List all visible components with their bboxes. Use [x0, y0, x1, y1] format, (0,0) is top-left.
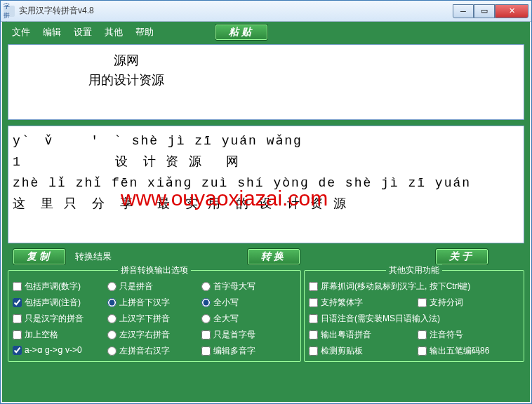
checkbox[interactable]	[309, 330, 318, 339]
app-window: 汉字拼音 实用汉字转拼音v4.8 ─ ▭ ✕ 文件 编辑 设置 其他 帮助 粘贴…	[0, 0, 532, 404]
copy-button[interactable]: 复制	[13, 249, 65, 264]
rad-all-lower[interactable]: 全小写	[201, 297, 296, 309]
label-text: 只是首字母	[213, 329, 255, 341]
radio[interactable]	[201, 282, 211, 291]
checkbox[interactable]	[13, 298, 22, 307]
label-text: 输出五笔编码86	[430, 345, 489, 357]
checkbox[interactable]	[418, 330, 427, 339]
app-icon: 汉字拼音	[4, 6, 15, 17]
group-pinyin-options: 拼音转换输出选项 包括声调(数字) 包括声调(注音) 只是汉字的拼音 加上空格 …	[8, 270, 301, 362]
checkbox[interactable]	[13, 314, 22, 323]
menu-edit[interactable]: 编辑	[43, 26, 61, 39]
label-text: 编辑多音字	[213, 345, 255, 357]
label-text: 日语注音(需安装MS日语输入法)	[321, 313, 440, 325]
checkbox[interactable]	[13, 330, 22, 339]
chk-add-space[interactable]: 加上空格	[13, 329, 107, 341]
output-line: 1 设 计 资 源 网	[13, 152, 519, 173]
label-text: 只是拼音	[119, 281, 153, 292]
radio[interactable]	[107, 298, 117, 307]
group-other-functions: 其他实用功能 屏幕抓词(移动鼠标到汉字上, 按下Ctrl键) 支持繁体字 支持分…	[304, 270, 524, 362]
chk-screen-grab[interactable]: 屏幕抓词(移动鼠标到汉字上, 按下Ctrl键)	[309, 281, 519, 292]
rad-cap-first[interactable]: 首字母大写	[201, 281, 296, 292]
watermark-text: www.ouyaoxiazai.com	[121, 188, 328, 209]
label-text: a->ɑ g->ɡ v->0	[25, 345, 82, 355]
close-button[interactable]: ✕	[495, 4, 528, 18]
label-text: 包括声调(数字)	[25, 281, 81, 292]
label-text: 上汉字下拼音	[119, 313, 170, 325]
checkbox[interactable]	[201, 346, 211, 356]
input-textarea[interactable]: 源网 用的设计资源	[8, 44, 524, 120]
about-button[interactable]: 关于	[436, 249, 488, 264]
client-area: 文件 编辑 设置 其他 帮助 粘贴 源网 用的设计资源 y` v̌ ′ ` sh…	[1, 22, 531, 403]
chk-word-seg[interactable]: 支持分词	[418, 297, 463, 309]
chk-tone-mark[interactable]: 包括声调(注音)	[13, 297, 107, 309]
chk-traditional[interactable]: 支持繁体字	[309, 297, 363, 309]
checkbox[interactable]	[309, 298, 318, 307]
minimize-button[interactable]: ─	[453, 4, 474, 18]
menu-help[interactable]: 帮助	[135, 26, 154, 39]
chk-glyph-variant[interactable]: a->ɑ g->ɡ v->0	[13, 345, 107, 355]
radio[interactable]	[107, 314, 117, 323]
radio[interactable]	[107, 282, 117, 291]
radio[interactable]	[201, 298, 211, 307]
radio[interactable]	[107, 346, 117, 356]
paste-button[interactable]: 粘贴	[215, 25, 267, 40]
checkbox[interactable]	[309, 282, 318, 291]
label-text: 左汉字右拼音	[119, 329, 170, 341]
label-text: 输出粤语拼音	[321, 329, 371, 341]
label-text: 检测剪贴板	[321, 345, 363, 357]
chk-clipboard[interactable]: 检测剪贴板	[309, 345, 363, 357]
chk-only-hanzi-pinyin[interactable]: 只是汉字的拼音	[13, 313, 107, 325]
input-line: 源网	[13, 50, 519, 70]
group-title: 其他实用功能	[386, 264, 442, 276]
window-title: 实用汉字转拼音v4.8	[19, 5, 453, 17]
menu-other[interactable]: 其他	[105, 26, 123, 39]
checkbox[interactable]	[418, 298, 427, 307]
rad-pinyin-above[interactable]: 上拼音下汉字	[107, 297, 202, 309]
input-line: 用的设计资源	[13, 70, 519, 90]
label-text: 加上空格	[25, 329, 58, 341]
label-text: 全小写	[213, 297, 239, 309]
label-text: 左拼音右汉字	[119, 345, 170, 357]
label-text: 注音符号	[430, 329, 463, 341]
titlebar: 汉字拼音 实用汉字转拼音v4.8 ─ ▭ ✕	[1, 1, 531, 22]
checkbox[interactable]	[13, 346, 22, 355]
chk-wubi86[interactable]: 输出五笔编码86	[418, 345, 489, 357]
chk-edit-polyphone[interactable]: 编辑多音字	[201, 345, 296, 357]
label-text: 支持分词	[430, 297, 463, 309]
radio[interactable]	[107, 330, 117, 339]
label-text: 首字母大写	[213, 281, 255, 292]
rad-only-pinyin[interactable]: 只是拼音	[107, 281, 202, 292]
rad-pinyin-left[interactable]: 左拼音右汉字	[107, 345, 202, 357]
chk-japanese[interactable]: 日语注音(需安装MS日语输入法)	[309, 313, 519, 325]
rad-hanzi-above[interactable]: 上汉字下拼音	[107, 313, 202, 325]
chk-zhuyin[interactable]: 注音符号	[418, 329, 463, 341]
checkbox[interactable]	[13, 282, 22, 291]
output-line: y` v̌ ′ ` shè jì zī yuán wǎng	[13, 130, 519, 152]
checkbox[interactable]	[201, 330, 211, 339]
rad-all-upper[interactable]: 全大写	[201, 313, 296, 325]
window-controls: ─ ▭ ✕	[453, 4, 528, 18]
checkbox[interactable]	[418, 346, 427, 356]
label-text: 只是汉字的拼音	[25, 313, 84, 325]
radio[interactable]	[201, 314, 211, 323]
label-text: 支持繁体字	[321, 297, 363, 309]
menu-settings[interactable]: 设置	[74, 26, 92, 39]
checkbox[interactable]	[309, 314, 318, 323]
menu-file[interactable]: 文件	[12, 26, 30, 39]
label-text: 上拼音下汉字	[119, 297, 170, 309]
chk-cantonese[interactable]: 输出粤语拼音	[309, 329, 371, 341]
chk-tone-number[interactable]: 包括声调(数字)	[13, 281, 107, 292]
output-textarea[interactable]: y` v̌ ′ ` shè jì zī yuán wǎng 1 设 计 资 源 …	[8, 126, 524, 243]
options-col-1: 包括声调(数字) 包括声调(注音) 只是汉字的拼音 加上空格 a->ɑ g->ɡ…	[13, 281, 107, 357]
maximize-button[interactable]: ▭	[474, 4, 495, 18]
checkbox[interactable]	[309, 346, 318, 356]
options-col-2: 只是拼音 上拼音下汉字 上汉字下拼音 左汉字右拼音 左拼音右汉字	[107, 281, 202, 357]
label-text: 屏幕抓词(移动鼠标到汉字上, 按下Ctrl键)	[321, 281, 470, 292]
action-row: 复制 转换结果 转换 关于	[4, 246, 528, 267]
rad-hanzi-left[interactable]: 左汉字右拼音	[107, 329, 202, 341]
chk-initials-only[interactable]: 只是首字母	[201, 329, 296, 341]
group-title: 拼音转换输出选项	[118, 264, 191, 276]
convert-button[interactable]: 转换	[248, 249, 300, 264]
label-text: 包括声调(注音)	[25, 297, 81, 309]
